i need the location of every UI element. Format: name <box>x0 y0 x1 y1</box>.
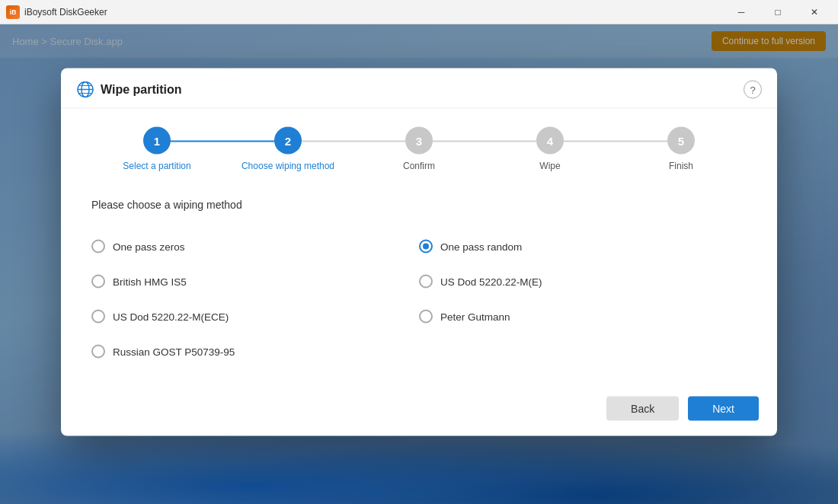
option-one-pass-random[interactable]: One pass random <box>419 229 747 264</box>
modal-header: Wipe partition ? <box>61 69 777 109</box>
radio-inner-one-pass-random <box>423 244 429 250</box>
radio-us-dod-e[interactable] <box>419 275 433 289</box>
step-connector-1 <box>171 141 274 142</box>
modal-content: Please choose a wiping method One pass z… <box>61 187 777 388</box>
help-button[interactable]: ? <box>744 81 762 99</box>
modal-footer: Back Next <box>61 388 777 436</box>
titlebar: iB iBoysoft DiskGeeker ─ □ ✕ <box>0 0 838 24</box>
radio-one-pass-random[interactable] <box>419 240 433 254</box>
section-title: Please choose a wiping method <box>91 199 747 211</box>
step-1: 1 Select a partition <box>91 127 222 171</box>
window-controls: ─ □ ✕ <box>724 0 832 24</box>
modal-title-row: Wipe partition <box>76 81 182 99</box>
step-5-label: Finish <box>669 161 693 171</box>
maximize-button[interactable]: □ <box>760 0 795 24</box>
step-2-label: Choose wiping method <box>241 161 334 171</box>
option-british-hmg[interactable]: British HMG IS5 <box>91 264 419 299</box>
option-russian-gost-label: Russian GOST P50739-95 <box>113 346 235 357</box>
step-2-circle: 2 <box>274 127 302 155</box>
option-us-dod-e-label: US Dod 5220.22-M(E) <box>440 276 542 287</box>
radio-british-hmg[interactable] <box>91 275 105 289</box>
step-5: 5 Finish <box>616 127 747 171</box>
wipe-icon <box>76 81 94 99</box>
step-connector-3 <box>433 141 536 142</box>
radio-one-pass-zeros[interactable] <box>91 240 105 254</box>
step-3-circle: 3 <box>405 127 433 155</box>
minimize-button[interactable]: ─ <box>724 0 759 24</box>
modal-title: Wipe partition <box>101 83 182 97</box>
option-one-pass-random-label: One pass random <box>440 241 522 252</box>
option-us-dod-e[interactable]: US Dod 5220.22-M(E) <box>419 264 747 299</box>
app-title: iBoysoft DiskGeeker <box>24 7 724 18</box>
option-one-pass-zeros-label: One pass zeros <box>113 241 185 252</box>
radio-us-dod-ece[interactable] <box>91 310 105 324</box>
radio-russian-gost[interactable] <box>91 345 105 359</box>
wiping-options-grid: One pass zeros One pass random British H… <box>91 229 747 369</box>
empty-cell <box>419 334 747 369</box>
app-icon: iB <box>6 5 20 19</box>
option-peter-gutmann-label: Peter Gutmann <box>440 311 510 322</box>
step-4-label: Wipe <box>539 161 560 171</box>
stepper: 1 Select a partition 2 Choose wiping met… <box>61 109 777 187</box>
option-us-dod-ece[interactable]: US Dod 5220.22-M(ECE) <box>91 299 419 334</box>
step-1-circle: 1 <box>143 127 171 155</box>
option-russian-gost[interactable]: Russian GOST P50739-95 <box>91 334 419 369</box>
step-4-circle: 4 <box>536 127 564 155</box>
option-one-pass-zeros[interactable]: One pass zeros <box>91 229 419 264</box>
close-button[interactable]: ✕ <box>797 0 832 24</box>
wipe-partition-dialog: Wipe partition ? 1 Select a partition 2 … <box>61 69 777 436</box>
option-peter-gutmann[interactable]: Peter Gutmann <box>419 299 747 334</box>
option-british-hmg-label: British HMG IS5 <box>113 276 187 287</box>
radio-peter-gutmann[interactable] <box>419 310 433 324</box>
step-5-circle: 5 <box>667 127 695 155</box>
step-3-label: Confirm <box>403 161 435 171</box>
option-us-dod-ece-label: US Dod 5220.22-M(ECE) <box>113 311 229 322</box>
step-connector-2 <box>302 141 405 142</box>
step-3: 3 Confirm <box>353 127 485 171</box>
step-1-label: Select a partition <box>123 161 190 171</box>
step-4: 4 Wipe <box>485 127 616 171</box>
next-button[interactable]: Next <box>688 397 759 421</box>
back-button[interactable]: Back <box>606 397 679 421</box>
step-2: 2 Choose wiping method <box>222 127 353 171</box>
step-connector-4 <box>564 141 667 142</box>
